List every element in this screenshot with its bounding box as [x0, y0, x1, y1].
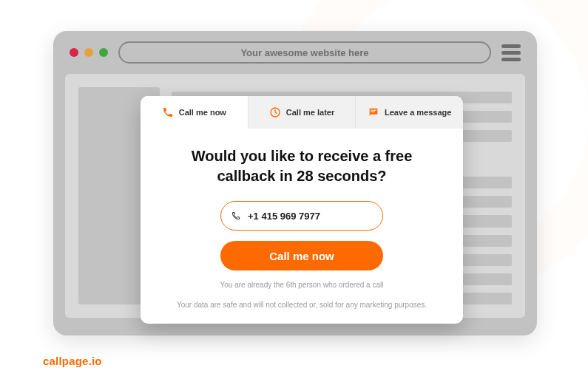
tab-leave-message[interactable]: Leave a message — [356, 96, 463, 129]
privacy-note: Your data are safe and will not collecte… — [163, 301, 441, 309]
tab-call-now[interactable]: Call me now — [141, 96, 249, 129]
chat-icon — [368, 106, 379, 118]
minimize-dot-icon — [84, 48, 93, 57]
popup-tabs: Call me now Call me later Leave a messag… — [141, 96, 463, 129]
phone-input[interactable] — [248, 211, 372, 222]
maximize-dot-icon — [99, 48, 108, 57]
phone-input-wrap[interactable] — [220, 201, 383, 231]
clock-icon — [269, 106, 281, 118]
counter-note: You are already the 6th person who order… — [163, 281, 441, 289]
tab-label: Call me later — [286, 108, 334, 117]
tab-call-later[interactable]: Call me later — [249, 96, 356, 129]
tab-label: Leave a message — [385, 108, 452, 117]
brand-label: callpage.io — [43, 355, 102, 367]
svg-rect-2 — [371, 112, 375, 112]
popup-body: Would you like to receive a free callbac… — [141, 129, 463, 324]
hamburger-menu-icon[interactable] — [501, 44, 521, 61]
phone-icon — [162, 106, 174, 118]
phone-handset-icon — [232, 209, 240, 222]
close-dot-icon — [70, 48, 78, 57]
svg-rect-1 — [371, 110, 376, 111]
call-me-now-button[interactable]: Call me now — [220, 241, 383, 270]
browser-chrome: Your awesome website here — [53, 31, 537, 74]
popup-headline: Would you like to receive a free callbac… — [163, 146, 441, 186]
window-controls — [70, 48, 108, 57]
tab-label: Call me now — [179, 108, 226, 117]
callback-popup: Call me now Call me later Leave a messag… — [141, 96, 463, 324]
address-bar[interactable]: Your awesome website here — [118, 41, 491, 64]
address-placeholder: Your awesome website here — [240, 47, 368, 58]
